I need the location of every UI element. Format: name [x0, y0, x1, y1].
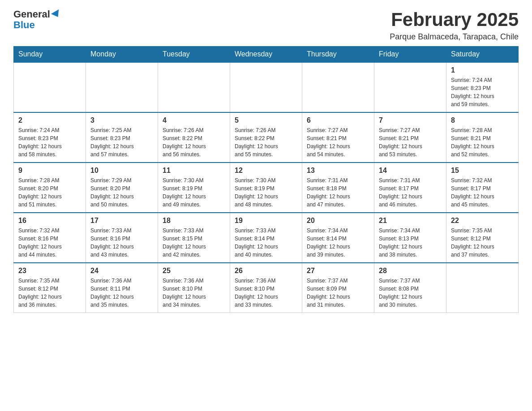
day-number: 11 — [163, 167, 225, 175]
calendar-cell: 15Sunrise: 7:32 AM Sunset: 8:17 PM Dayli… — [446, 163, 519, 213]
day-number: 13 — [307, 167, 369, 175]
day-number: 25 — [163, 267, 225, 275]
day-info: Sunrise: 7:26 AM Sunset: 8:22 PM Dayligh… — [235, 126, 297, 158]
day-number: 20 — [307, 217, 369, 225]
day-number: 15 — [451, 167, 514, 175]
day-number: 21 — [379, 217, 442, 225]
logo-text: General — [13, 9, 61, 20]
title-area: February 2025 Parque Balmaceda, Tarapaca… — [390, 9, 519, 42]
day-number: 2 — [18, 116, 81, 124]
calendar-week-row: 23Sunrise: 7:35 AM Sunset: 8:12 PM Dayli… — [14, 263, 519, 313]
subtitle: Parque Balmaceda, Tarapaca, Chile — [390, 32, 519, 42]
day-info: Sunrise: 7:31 AM Sunset: 8:17 PM Dayligh… — [379, 176, 442, 209]
calendar-cell: 21Sunrise: 7:34 AM Sunset: 8:13 PM Dayli… — [374, 213, 446, 263]
day-number: 22 — [451, 217, 514, 225]
calendar-cell — [446, 263, 519, 313]
logo-general: General — [13, 9, 50, 20]
day-number: 19 — [235, 217, 297, 225]
calendar-cell — [230, 62, 302, 112]
day-info: Sunrise: 7:30 AM Sunset: 8:19 PM Dayligh… — [163, 176, 225, 209]
day-number: 18 — [163, 217, 225, 225]
day-header-tuesday: Tuesday — [158, 47, 230, 63]
day-number: 14 — [379, 167, 442, 175]
calendar-cell: 14Sunrise: 7:31 AM Sunset: 8:17 PM Dayli… — [374, 163, 446, 213]
day-header-wednesday: Wednesday — [230, 47, 302, 63]
day-info: Sunrise: 7:31 AM Sunset: 8:18 PM Dayligh… — [307, 176, 369, 209]
calendar-cell — [86, 62, 158, 112]
day-header-saturday: Saturday — [446, 47, 519, 63]
calendar-cell: 12Sunrise: 7:30 AM Sunset: 8:19 PM Dayli… — [230, 163, 302, 213]
calendar-week-row: 1Sunrise: 7:24 AM Sunset: 8:23 PM Daylig… — [14, 62, 519, 112]
calendar-header-row: SundayMondayTuesdayWednesdayThursdayFrid… — [14, 47, 519, 63]
calendar-cell: 24Sunrise: 7:36 AM Sunset: 8:11 PM Dayli… — [86, 263, 158, 313]
calendar-cell: 27Sunrise: 7:37 AM Sunset: 8:09 PM Dayli… — [302, 263, 374, 313]
calendar-cell: 13Sunrise: 7:31 AM Sunset: 8:18 PM Dayli… — [302, 163, 374, 213]
day-number: 7 — [379, 116, 442, 124]
day-info: Sunrise: 7:25 AM Sunset: 8:23 PM Dayligh… — [90, 126, 153, 158]
day-info: Sunrise: 7:36 AM Sunset: 8:11 PM Dayligh… — [90, 277, 153, 309]
calendar-cell: 23Sunrise: 7:35 AM Sunset: 8:12 PM Dayli… — [14, 263, 86, 313]
day-number: 6 — [307, 116, 369, 124]
calendar-cell: 6Sunrise: 7:27 AM Sunset: 8:21 PM Daylig… — [302, 112, 374, 163]
day-number: 24 — [90, 267, 153, 275]
day-header-thursday: Thursday — [302, 47, 374, 63]
day-info: Sunrise: 7:33 AM Sunset: 8:14 PM Dayligh… — [235, 227, 297, 259]
calendar-cell: 3Sunrise: 7:25 AM Sunset: 8:23 PM Daylig… — [86, 112, 158, 163]
logo-triangle-icon — [51, 9, 62, 19]
day-info: Sunrise: 7:27 AM Sunset: 8:21 PM Dayligh… — [307, 126, 369, 158]
day-info: Sunrise: 7:32 AM Sunset: 8:17 PM Dayligh… — [451, 176, 514, 209]
day-info: Sunrise: 7:27 AM Sunset: 8:21 PM Dayligh… — [379, 126, 442, 158]
day-number: 9 — [18, 167, 81, 175]
page-header: General Blue February 2025 Parque Balmac… — [13, 9, 519, 42]
day-info: Sunrise: 7:33 AM Sunset: 8:15 PM Dayligh… — [163, 227, 225, 259]
calendar-cell: 19Sunrise: 7:33 AM Sunset: 8:14 PM Dayli… — [230, 213, 302, 263]
calendar-cell: 1Sunrise: 7:24 AM Sunset: 8:23 PM Daylig… — [446, 62, 519, 112]
day-info: Sunrise: 7:33 AM Sunset: 8:16 PM Dayligh… — [90, 227, 153, 259]
calendar-cell: 18Sunrise: 7:33 AM Sunset: 8:15 PM Dayli… — [158, 213, 230, 263]
day-number: 8 — [451, 116, 514, 124]
day-number: 12 — [235, 167, 297, 175]
calendar-cell: 22Sunrise: 7:35 AM Sunset: 8:12 PM Dayli… — [446, 213, 519, 263]
day-info: Sunrise: 7:24 AM Sunset: 8:23 PM Dayligh… — [18, 126, 81, 158]
day-number: 27 — [307, 267, 369, 275]
day-info: Sunrise: 7:36 AM Sunset: 8:10 PM Dayligh… — [235, 277, 297, 309]
day-number: 3 — [90, 116, 153, 124]
calendar-cell: 28Sunrise: 7:37 AM Sunset: 8:08 PM Dayli… — [374, 263, 446, 313]
day-number: 5 — [235, 116, 297, 124]
calendar-cell: 2Sunrise: 7:24 AM Sunset: 8:23 PM Daylig… — [14, 112, 86, 163]
calendar-week-row: 9Sunrise: 7:28 AM Sunset: 8:20 PM Daylig… — [14, 163, 519, 213]
day-info: Sunrise: 7:36 AM Sunset: 8:10 PM Dayligh… — [163, 277, 225, 309]
day-number: 10 — [90, 167, 153, 175]
calendar-cell: 11Sunrise: 7:30 AM Sunset: 8:19 PM Dayli… — [158, 163, 230, 213]
calendar-cell: 25Sunrise: 7:36 AM Sunset: 8:10 PM Dayli… — [158, 263, 230, 313]
day-number: 1 — [451, 66, 514, 74]
day-number: 16 — [18, 217, 81, 225]
day-info: Sunrise: 7:35 AM Sunset: 8:12 PM Dayligh… — [451, 227, 514, 259]
day-info: Sunrise: 7:37 AM Sunset: 8:09 PM Dayligh… — [307, 277, 369, 309]
logo-blue: Blue — [13, 19, 35, 30]
day-number: 4 — [163, 116, 225, 124]
calendar-cell: 7Sunrise: 7:27 AM Sunset: 8:21 PM Daylig… — [374, 112, 446, 163]
calendar-cell — [302, 62, 374, 112]
day-header-monday: Monday — [86, 47, 158, 63]
calendar-cell — [374, 62, 446, 112]
calendar-cell: 26Sunrise: 7:36 AM Sunset: 8:10 PM Dayli… — [230, 263, 302, 313]
day-header-sunday: Sunday — [14, 47, 86, 63]
day-info: Sunrise: 7:28 AM Sunset: 8:20 PM Dayligh… — [18, 176, 81, 209]
day-info: Sunrise: 7:37 AM Sunset: 8:08 PM Dayligh… — [379, 277, 442, 309]
calendar-week-row: 2Sunrise: 7:24 AM Sunset: 8:23 PM Daylig… — [14, 112, 519, 163]
main-title: February 2025 — [390, 9, 519, 30]
day-info: Sunrise: 7:26 AM Sunset: 8:22 PM Dayligh… — [163, 126, 225, 158]
day-info: Sunrise: 7:34 AM Sunset: 8:13 PM Dayligh… — [379, 227, 442, 259]
day-number: 23 — [18, 267, 81, 275]
day-number: 28 — [379, 267, 442, 275]
calendar-cell: 20Sunrise: 7:34 AM Sunset: 8:14 PM Dayli… — [302, 213, 374, 263]
day-info: Sunrise: 7:32 AM Sunset: 8:16 PM Dayligh… — [18, 227, 81, 259]
day-info: Sunrise: 7:24 AM Sunset: 8:23 PM Dayligh… — [451, 76, 514, 108]
calendar-cell: 16Sunrise: 7:32 AM Sunset: 8:16 PM Dayli… — [14, 213, 86, 263]
day-info: Sunrise: 7:29 AM Sunset: 8:20 PM Dayligh… — [90, 176, 153, 209]
day-header-friday: Friday — [374, 47, 446, 63]
day-number: 26 — [235, 267, 297, 275]
day-info: Sunrise: 7:34 AM Sunset: 8:14 PM Dayligh… — [307, 227, 369, 259]
calendar-cell: 5Sunrise: 7:26 AM Sunset: 8:22 PM Daylig… — [230, 112, 302, 163]
